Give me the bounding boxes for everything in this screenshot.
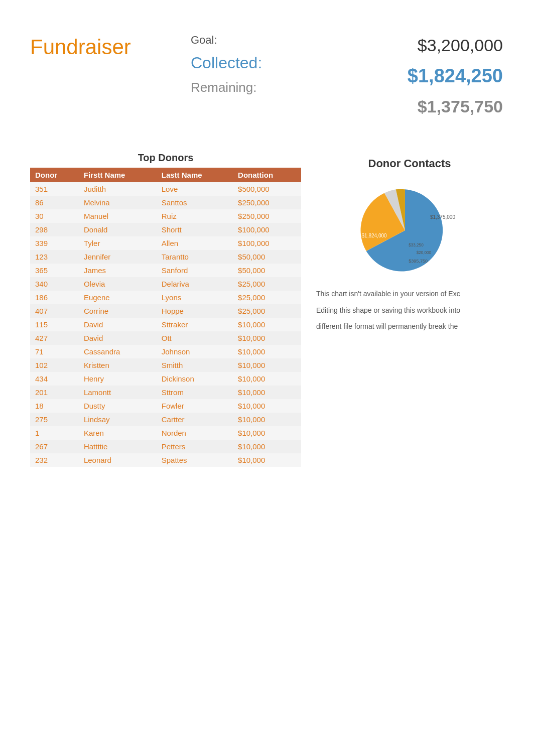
table-row: 123JenniferTarantto$50,000 [30, 250, 301, 264]
goal-label: Goal: [191, 30, 217, 50]
table-cell: Cassandra [79, 345, 157, 358]
table-cell: $10,000 [233, 453, 301, 467]
label-33: $33,250 [409, 243, 424, 247]
table-row: 339TylerAllen$100,000 [30, 236, 301, 250]
table-cell: Hoppe [157, 304, 233, 318]
table-cell: 339 [30, 236, 79, 250]
table-cell: 340 [30, 277, 79, 291]
table-cell: Ott [157, 331, 233, 345]
table-cell: 1 [30, 426, 79, 440]
table-cell: $10,000 [233, 331, 301, 345]
pie-chart: $1,375,000 $1,824,000 $395,750 $20,000 $… [354, 180, 465, 281]
table-cell: $100,000 [233, 223, 301, 236]
label-1375: $1,375,000 [430, 214, 455, 220]
table-cell: Jennifer [79, 250, 157, 264]
table-row: 365JamesSanford$50,000 [30, 264, 301, 277]
table-cell: Sttraker [157, 318, 233, 331]
table-cell: Lindsay [79, 413, 157, 426]
table-cell: Hattttie [79, 440, 157, 453]
table-row: 30ManuelRuiz$250,000 [30, 209, 301, 223]
table-cell: 434 [30, 372, 79, 386]
table-header-row: Donor Firstt Name Lastt Name Donattion [30, 168, 301, 182]
table-cell: Allen [157, 236, 233, 250]
table-row: 298DonaldShortt$100,000 [30, 223, 301, 236]
table-cell: Smitth [157, 358, 233, 372]
table-cell: $10,000 [233, 358, 301, 372]
table-cell: Fowler [157, 399, 233, 413]
table-cell: 267 [30, 440, 79, 453]
table-row: 340OleviaDelariva$25,000 [30, 277, 301, 291]
right-section: Donor Contacts $1,375,000 $1,824,000 $39… [316, 152, 503, 467]
table-cell: 201 [30, 386, 79, 399]
pie-chart-container: $1,375,000 $1,824,000 $395,750 $20,000 $… [316, 180, 503, 281]
chart-note-3: different file format will permanently b… [316, 321, 503, 332]
table-cell: 427 [30, 331, 79, 345]
header-right: $3,200,000 $1,824,250 $1,375,750 [392, 30, 503, 122]
table-cell: Dustty [79, 399, 157, 413]
table-cell: $25,000 [233, 277, 301, 291]
table-cell: Manuel [79, 209, 157, 223]
table-row: 232LeonardSpattes$10,000 [30, 453, 301, 467]
table-cell: Olevia [79, 277, 157, 291]
table-cell: Cartter [157, 413, 233, 426]
table-cell: $10,000 [233, 372, 301, 386]
table-cell: Spattes [157, 453, 233, 467]
table-cell: 186 [30, 291, 79, 304]
table-cell: 275 [30, 413, 79, 426]
table-cell: Santtos [157, 196, 233, 209]
table-cell: $10,000 [233, 386, 301, 399]
table-row: 186EugeneLyons$25,000 [30, 291, 301, 304]
remaining-label: Remaining: [191, 76, 257, 99]
table-cell: Tyler [79, 236, 157, 250]
table-cell: $500,000 [233, 182, 301, 196]
table-cell: 298 [30, 223, 79, 236]
table-cell: Donald [79, 223, 157, 236]
table-cell: Sttrom [157, 386, 233, 399]
table-cell: 30 [30, 209, 79, 223]
table-cell: David [79, 331, 157, 345]
table-row: 407CorrineHoppe$25,000 [30, 304, 301, 318]
table-row: 427DavidOtt$10,000 [30, 331, 301, 345]
remaining-value: $1,375,750 [392, 91, 503, 122]
table-cell: Sanford [157, 264, 233, 277]
table-cell: $250,000 [233, 209, 301, 223]
collected-value: $1,824,250 [392, 61, 503, 91]
table-cell: Shortt [157, 223, 233, 236]
table-cell: 365 [30, 264, 79, 277]
table-cell: $10,000 [233, 413, 301, 426]
table-row: 18DusttyFowler$10,000 [30, 399, 301, 413]
table-row: 86MelvinaSanttos$250,000 [30, 196, 301, 209]
table-cell: 351 [30, 182, 79, 196]
label-20: $20,000 [417, 250, 432, 255]
table-cell: Melvina [79, 196, 157, 209]
table-title: Top Donors [30, 152, 301, 164]
table-cell: $10,000 [233, 318, 301, 331]
table-row: 434HenryDickinson$10,000 [30, 372, 301, 386]
table-cell: $10,000 [233, 440, 301, 453]
table-row: 102KristtenSmitth$10,000 [30, 358, 301, 372]
table-cell: Leonard [79, 453, 157, 467]
col-donation: Donattion [233, 168, 301, 182]
donors-table: Donor Firstt Name Lastt Name Donattion 3… [30, 168, 301, 467]
table-cell: 18 [30, 399, 79, 413]
table-cell: 123 [30, 250, 79, 264]
table-cell: Karen [79, 426, 157, 440]
table-cell: Delariva [157, 277, 233, 291]
header-center: Goal: Collected: Remaining: [171, 30, 392, 99]
table-cell: 102 [30, 358, 79, 372]
label-395: $395,750 [409, 259, 428, 264]
table-section: Top Donors Donor Firstt Name Lastt Name … [30, 152, 301, 467]
table-cell: Eugene [79, 291, 157, 304]
table-cell: Dickinson [157, 372, 233, 386]
table-cell: $10,000 [233, 399, 301, 413]
table-cell: Johnson [157, 345, 233, 358]
table-cell: 71 [30, 345, 79, 358]
table-cell: Tarantto [157, 250, 233, 264]
table-cell: $10,000 [233, 345, 301, 358]
chart-note-1: This chart isn't available in your versi… [316, 288, 503, 299]
table-cell: Petters [157, 440, 233, 453]
table-cell: $25,000 [233, 304, 301, 318]
goal-value: $3,200,000 [392, 30, 503, 61]
table-cell: 115 [30, 318, 79, 331]
table-cell: Ruiz [157, 209, 233, 223]
